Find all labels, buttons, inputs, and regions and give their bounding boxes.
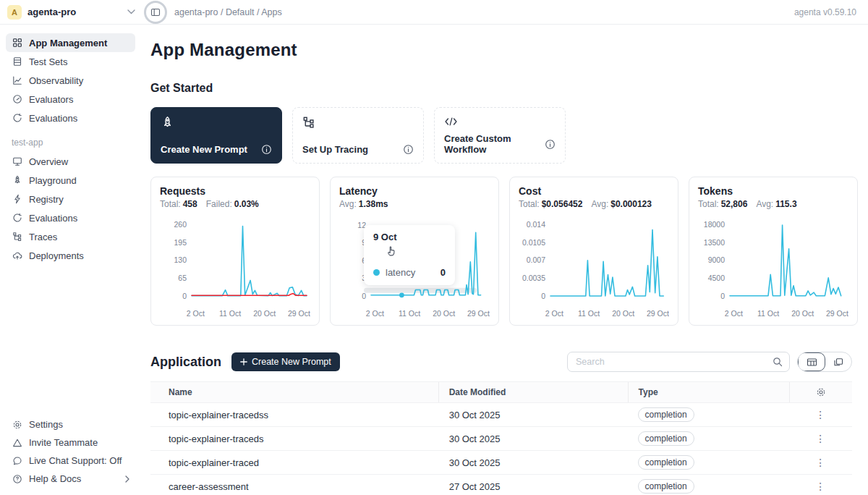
tooltip-series-name: latency (386, 267, 415, 278)
sidebar: App Management Test Sets Observability E… (0, 25, 141, 495)
create-custom-workflow-card[interactable]: Create Custom Workflow (434, 107, 566, 164)
svg-text:65: 65 (178, 274, 187, 282)
sidebar-item-overview[interactable]: Overview (6, 152, 135, 171)
triangle-icon (12, 437, 22, 448)
column-header-name[interactable]: Name (150, 387, 438, 397)
search-icon[interactable] (773, 357, 783, 367)
more-actions-icon[interactable]: ⋮ (815, 410, 825, 420)
workspace-switcher[interactable]: A agenta-pro (0, 5, 141, 20)
more-actions-icon[interactable]: ⋮ (815, 457, 825, 468)
stat: Avg:$0.000123 (591, 199, 652, 209)
search-box (567, 352, 790, 372)
cost-chart-card: Cost Total:$0.056452Avg:$0.000123 00.003… (509, 177, 678, 326)
sidebar-toggle-button[interactable] (144, 1, 167, 24)
refresh-icon (12, 213, 22, 224)
sidebar-item-test-sets[interactable]: Test Sets (6, 52, 135, 71)
tokens-chart[interactable]: 04500900013500180002 Oct11 Oct20 Oct29 O… (698, 213, 848, 321)
app-name[interactable]: topic-explainer-traced (150, 457, 438, 468)
svg-text:20 Oct: 20 Oct (253, 309, 276, 318)
sidebar-item-label: Registry (29, 194, 64, 205)
search-input[interactable] (576, 357, 773, 367)
tooltip-value: 0 (441, 267, 446, 278)
sidebar-item-label: Traces (29, 232, 57, 242)
tooltip-date: 9 Oct (373, 232, 446, 242)
app-name[interactable]: topic-explainer-tracedss (150, 410, 438, 420)
info-icon[interactable] (545, 139, 556, 150)
sidebar-item-registry[interactable]: Registry (6, 190, 135, 208)
chart-title: Requests (160, 185, 310, 197)
chart-stats: Total:$0.056452Avg:$0.000123 (519, 199, 669, 209)
table-view-icon (807, 358, 817, 367)
tokens-chart-card: Tokens Total:52,806Avg:115.3 04500900013… (689, 177, 858, 326)
svg-text:4500: 4500 (708, 274, 726, 282)
refresh-icon (12, 113, 22, 124)
card-view-button[interactable] (825, 352, 851, 371)
gear-icon (12, 419, 22, 430)
panel-toggle-icon (150, 7, 161, 17)
tracing-tree-icon (302, 116, 414, 129)
latency-chart-card: Latency Avg:1.38ms 0369122 Oct11 Oct20 O… (330, 177, 499, 326)
stat: Total:458 (160, 199, 197, 209)
get-started-heading: Get Started (150, 82, 852, 95)
sidebar-item-invite-teammate[interactable]: Invite Teammate (6, 433, 135, 452)
type-badge: completion (638, 479, 694, 494)
column-header-date-modified[interactable]: Date Modified (438, 382, 628, 402)
svg-text:18000: 18000 (704, 220, 725, 229)
app-date-modified: 30 Oct 2025 (438, 433, 628, 444)
svg-text:195: 195 (174, 238, 187, 247)
column-header-type[interactable]: Type (628, 382, 789, 402)
top-bar: A agenta-pro agenta-pro / Default / Apps… (0, 0, 868, 25)
cloud-icon (12, 250, 22, 261)
sidebar-item-observability[interactable]: Observability (6, 71, 135, 90)
sidebar-item-settings[interactable]: Settings (6, 415, 135, 433)
requests-chart-card: Requests Total:458Failed:0.03% 065130195… (150, 177, 320, 326)
table-row[interactable]: topic-explainer-tracedss 30 Oct 2025 com… (150, 403, 852, 427)
table-row[interactable]: career-assessment 27 Oct 2025 completion… (150, 475, 852, 495)
svg-text:0: 0 (541, 292, 545, 300)
grid-icon (12, 38, 22, 48)
svg-text:29 Oct: 29 Oct (647, 309, 669, 318)
sidebar-item-evaluations[interactable]: Evaluations (6, 109, 135, 127)
sidebar-item-evaluators[interactable]: Evaluators (6, 90, 135, 109)
type-badge: completion (638, 407, 694, 422)
chart-title: Latency (339, 185, 490, 197)
sidebar-item-help-docs[interactable]: Help & Docs (6, 470, 135, 488)
table-row[interactable]: topic-explainer-traceds 30 Oct 2025 comp… (150, 427, 852, 451)
sidebar-item-live-chat[interactable]: Live Chat Support: Off (6, 452, 135, 470)
set-up-tracing-card[interactable]: Set Up Tracing (292, 107, 424, 164)
cost-chart[interactable]: 00.00350.0070.01050.0142 Oct11 Oct20 Oct… (519, 213, 669, 321)
svg-text:29 Oct: 29 Oct (467, 309, 490, 318)
table-row[interactable]: topic-explainer-traced 30 Oct 2025 compl… (150, 451, 852, 475)
app-name[interactable]: topic-explainer-traceds (150, 433, 438, 444)
sidebar-item-playground[interactable]: Playground (6, 171, 135, 190)
svg-text:11 Oct: 11 Oct (219, 309, 241, 318)
create-new-prompt-button[interactable]: Create New Prompt (231, 352, 340, 371)
app-name[interactable]: career-assessment (150, 481, 438, 492)
table-view-button[interactable] (798, 352, 825, 371)
svg-text:29 Oct: 29 Oct (288, 309, 310, 318)
gauge-icon (12, 94, 22, 105)
code-icon (444, 116, 556, 127)
info-icon[interactable] (403, 144, 414, 155)
requests-chart[interactable]: 0651301952602 Oct11 Oct20 Oct29 Oct (160, 213, 310, 321)
app-date-modified: 30 Oct 2025 (438, 410, 628, 420)
stat: Total:$0.056452 (519, 199, 582, 209)
breadcrumb[interactable]: agenta-pro / Default / Apps (174, 7, 282, 17)
sidebar-item-evaluations-app[interactable]: Evaluations (6, 208, 135, 227)
sidebar-item-label: Settings (29, 419, 63, 430)
more-actions-icon[interactable]: ⋮ (815, 481, 825, 491)
svg-text:0: 0 (182, 292, 187, 300)
sidebar-item-deployments[interactable]: Deployments (6, 246, 135, 265)
sidebar-item-app-management[interactable]: App Management (6, 33, 135, 52)
svg-text:11 Oct: 11 Oct (578, 309, 600, 318)
create-new-prompt-card[interactable]: Create New Prompt (150, 107, 282, 164)
sidebar-item-traces[interactable]: Traces (6, 227, 135, 246)
svg-text:11 Oct: 11 Oct (399, 309, 420, 318)
chart-tooltip: 9 Oct latency 0 (364, 225, 455, 285)
svg-text:130: 130 (174, 255, 187, 264)
more-actions-icon[interactable]: ⋮ (815, 433, 825, 444)
column-settings[interactable] (789, 382, 852, 402)
svg-text:9000: 9000 (708, 255, 726, 264)
info-icon[interactable] (261, 144, 272, 155)
rocket-icon (12, 175, 22, 186)
